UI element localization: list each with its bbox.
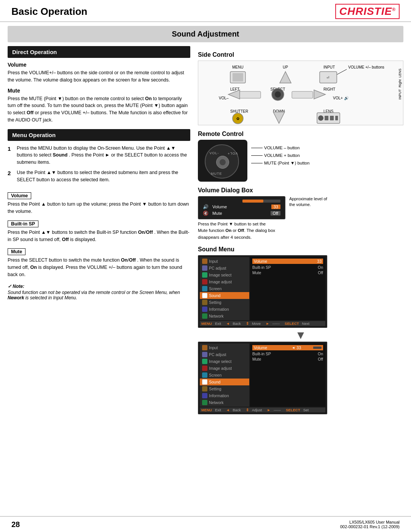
note-text: Sound function can not be operated via t… xyxy=(8,290,190,300)
remote-diagram: VOL- VOL+ MUTE xyxy=(198,140,247,182)
volume-row: 🔊 Volume 33 xyxy=(203,204,280,209)
volume-text: Press the VOLUME+/– buttons on the side … xyxy=(8,69,190,84)
left-column: Direct Operation Volume Press the VOLUME… xyxy=(8,46,190,416)
mute-boxed-label: Mute xyxy=(8,248,25,255)
builtin-sp-text: Press the Point ▲▼ buttons to switch the… xyxy=(8,229,190,243)
svg-rect-31 xyxy=(335,116,338,120)
side-control-diagram: MENU UP INPUT VOLUME +/– buttons ⏎ LEFT … xyxy=(198,61,403,125)
svg-rect-6 xyxy=(233,73,243,81)
svg-text:VOL–: VOL– xyxy=(219,96,229,100)
volume-title: Volume xyxy=(8,62,190,68)
sound-menu-screenshot-1: Input PC adjust Image select Image adjus… xyxy=(198,255,327,328)
volume-bar xyxy=(242,200,280,203)
svg-text:UP: UP xyxy=(283,65,288,69)
volume-sub-text: Press the Point ▲ button to turn up the … xyxy=(8,201,190,215)
step-1: 1 Press the MENU button to display the O… xyxy=(8,145,190,166)
note-box: ✓ Note: Sound function can not be operat… xyxy=(8,284,190,300)
volume-dialog-box: 🔊 Volume 33 🔇 Mute Off xyxy=(198,196,285,219)
volume-dialog-section: 🔊 Volume 33 🔇 Mute Off Press the Point ▼… xyxy=(198,196,403,241)
volume-dialog-note: Press the Point ▼ button to set theMute … xyxy=(198,221,285,241)
input-right-lens-label: INPUT Right LENS xyxy=(398,69,402,99)
sound-menu-screenshot-2: Input PC adjust Image select Image adjus… xyxy=(198,342,327,414)
side-control-svg: MENU UP INPUT VOLUME +/– buttons ⏎ LEFT … xyxy=(202,63,399,124)
sm-bottom-bar-1: MENU Exit ◄ Back ⇕ Move ►------ SELECT N… xyxy=(200,321,325,326)
svg-point-28 xyxy=(318,115,323,121)
remote-labels: VOLUME – button VOLUME + button MUTE (Po… xyxy=(251,140,309,168)
svg-text:✿: ✿ xyxy=(236,117,239,121)
svg-point-17 xyxy=(275,91,281,97)
section-title: Sound Adjustment xyxy=(8,26,403,42)
step-2: 2 Use the Point ▲▼ buttons to select the… xyxy=(8,169,190,184)
menu-operation-header: Menu Operation xyxy=(8,129,190,141)
mute-row: 🔇 Mute Off xyxy=(203,211,280,216)
svg-text:SHUTTER: SHUTTER xyxy=(230,109,248,113)
sound-menu-title: Sound Menu xyxy=(198,246,403,253)
svg-text:VOLUME +/– buttons: VOLUME +/– buttons xyxy=(348,65,384,69)
svg-marker-26 xyxy=(273,112,285,123)
arrow-down: ▼ xyxy=(198,329,403,341)
sm-right-panel-2: Volume ◄ 33 Built-in SPOn MuteOff xyxy=(250,343,325,407)
footer: 28 LX505/LX605 User Manual 002-000232-01… xyxy=(0,516,411,532)
main-content: Direct Operation Volume Press the VOLUME… xyxy=(0,46,411,416)
direct-operation-header: Direct Operation xyxy=(8,46,190,58)
sm-right-panel-1: Volume33 Built-in SPOn MuteOff xyxy=(250,257,325,320)
sm-left-menu-1: Input PC adjust Image select Image adjus… xyxy=(200,257,249,320)
remote-control-section: VOL- VOL+ MUTE VOLUME – button VOLUME + … xyxy=(198,140,403,182)
builtin-sp-boxed-label: Built-in SP xyxy=(8,220,38,227)
volume-dialog-title: Volume Dialog Box xyxy=(198,187,403,194)
christie-logo: CHRISTIE® xyxy=(335,4,400,19)
volume-boxed-label: Volume xyxy=(8,192,31,199)
svg-text:RIGHT: RIGHT xyxy=(323,87,335,91)
mute-sub-text: Press the SELECT button to switch the mu… xyxy=(8,257,190,278)
svg-text:⏎: ⏎ xyxy=(327,76,330,80)
page-title: Basic Operation xyxy=(11,6,87,18)
approx-note: Approximate level of the volume. xyxy=(289,196,331,208)
sm-left-menu-2: Input PC adjust Image select Image adjus… xyxy=(200,343,249,407)
svg-rect-29 xyxy=(325,116,328,120)
page-header: Basic Operation CHRISTIE® xyxy=(0,0,411,22)
svg-rect-20 xyxy=(292,91,313,98)
mute-title: Mute xyxy=(8,88,190,94)
footer-info: LX505/LX605 User Manual 002-000232-01 Re… xyxy=(340,520,400,529)
mute-text: Press the MUTE (Point ▼) button on the r… xyxy=(8,95,190,124)
svg-text:INPUT: INPUT xyxy=(323,65,335,69)
svg-rect-19 xyxy=(240,91,261,98)
sm-bottom-bar-2: MENU Exit ◄ Back ⇕ Adjust ►------ SELECT… xyxy=(200,407,325,412)
right-column: Side Control MENU UP INPUT VOLUME +/– bu… xyxy=(198,46,403,416)
svg-rect-30 xyxy=(330,116,334,120)
menu-operation-steps: 1 Press the MENU button to display the O… xyxy=(8,145,190,184)
svg-marker-7 xyxy=(280,72,291,83)
remote-control-title: Remote Control xyxy=(198,131,403,137)
side-control-title: Side Control xyxy=(198,51,403,58)
page-number: 28 xyxy=(11,520,20,529)
svg-text:VOL+ 🔊: VOL+ 🔊 xyxy=(333,96,349,101)
sound-menu-section: Input PC adjust Image select Image adjus… xyxy=(198,255,403,414)
svg-text:MENU: MENU xyxy=(232,65,243,69)
